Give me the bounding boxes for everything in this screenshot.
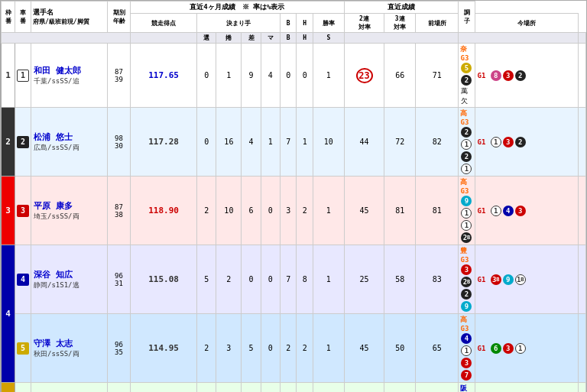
points-cell: 114.95 xyxy=(131,314,197,383)
car-number: 5 xyxy=(17,342,29,355)
niren-cell: 58 xyxy=(384,245,416,314)
header-car: 車番 xyxy=(15,2,31,33)
points-cell: 118.90 xyxy=(131,177,197,245)
kimari-sa: 6 xyxy=(242,177,261,245)
b-cell: 0 xyxy=(281,44,297,108)
table-row: 3 3 平原 康多 埼玉/ssSS/両 87 38 118.9021060321… xyxy=(2,177,586,245)
now-grade: G1 xyxy=(477,345,485,352)
header-b2: B xyxy=(281,33,297,44)
player-cell: 松浦 悠士 広島/ssSS/両 xyxy=(31,108,108,177)
period: 96 xyxy=(109,272,128,280)
points-cell: 115.08 xyxy=(131,245,197,314)
choushi-cell xyxy=(579,108,586,177)
b-cell: 0 xyxy=(281,383,297,393)
waku-cell: 4 xyxy=(2,245,15,383)
period: 87 xyxy=(109,68,128,76)
kimari-maki: 0 xyxy=(216,383,242,393)
player-name: 深谷 知広 xyxy=(34,269,105,280)
now-grade: G1 xyxy=(477,276,485,283)
waku-cell: 3 xyxy=(2,177,15,245)
header-niren: 2連対率 xyxy=(344,14,384,33)
car-number: 3 xyxy=(17,205,29,217)
waku-cell: 2 xyxy=(2,108,15,177)
shori-cell: 45 xyxy=(344,314,384,383)
sanren-cell: 81 xyxy=(416,177,459,245)
prev-results-cell: 高G3 9112B xyxy=(459,177,475,245)
now-grade: G1 xyxy=(477,207,485,215)
header-s: 勝率 xyxy=(313,14,344,33)
shori-cell: 23 xyxy=(344,44,384,108)
age: 30 xyxy=(109,142,128,150)
b-cell: 7 xyxy=(281,108,297,177)
header-empty xyxy=(2,33,131,44)
kimari-sa: 0 xyxy=(242,245,261,314)
sanren-cell: 71 xyxy=(416,44,459,108)
age: 35 xyxy=(109,348,128,356)
prev-results-cell: 阪F1 563 xyxy=(459,383,475,393)
prev-grade: 高G3 xyxy=(460,109,469,126)
period: 98 xyxy=(109,134,128,142)
prev-special: 萬 xyxy=(461,87,468,95)
table-row: 5 守澤 太志 秋田/ssSS/両 96 35 114.952350221455… xyxy=(2,314,586,383)
player-cell: 守澤 太志 秋田/ssSS/両 xyxy=(31,314,108,383)
shori-cell: 14 xyxy=(344,383,384,393)
period-age-cell: 87 39 xyxy=(108,44,131,108)
sanren-cell: 48 xyxy=(416,383,459,393)
s-cell: 1 xyxy=(313,44,344,108)
h-cell: 2 xyxy=(297,177,313,245)
choushi-cell xyxy=(579,383,586,393)
player-cell: 平原 康多 埼玉/ssSS/両 xyxy=(31,177,108,245)
car-cell: 1 xyxy=(15,44,31,108)
kimari-ma: 1 xyxy=(261,383,280,393)
h-cell: 8 xyxy=(297,245,313,314)
player-name: 松浦 悠士 xyxy=(34,131,105,143)
player-info: 千葉/ssSS/追 xyxy=(34,76,105,86)
kimari-maki: 10 xyxy=(216,177,242,245)
prev-results-cell: 奈G3 52萬欠 xyxy=(459,44,475,108)
period: 96 xyxy=(109,341,128,348)
header-h: H xyxy=(297,14,313,33)
kimari-sa: 9 xyxy=(242,44,261,108)
now-results-cell: G1 143 xyxy=(475,177,579,245)
player-info: 秋田/ssSS/両 xyxy=(34,349,105,359)
header-s2: S xyxy=(313,33,344,44)
age: 39 xyxy=(109,76,128,83)
kimari-sa: 5 xyxy=(242,314,261,383)
now-results-cell: G1 132 xyxy=(475,108,579,177)
period-age-cell: 87 38 xyxy=(108,177,131,245)
kimari-ma: 1 xyxy=(261,108,280,177)
choushi-cell xyxy=(579,314,586,383)
kimari-maki: 16 xyxy=(216,108,242,177)
header-choushi: 調子 xyxy=(459,2,475,33)
player-cell: 園田 匠 福岡/s1S1/追 xyxy=(31,383,108,393)
kimari-maki: 3 xyxy=(216,314,242,383)
car-cell: 3 xyxy=(15,177,31,245)
player-info: 埼玉/ssSS/両 xyxy=(34,212,105,222)
header-sanren: 3連対率 xyxy=(384,14,416,33)
b-cell: 2 xyxy=(281,314,297,383)
kimari-sen: 0 xyxy=(197,108,216,177)
period-age-cell: 87 39 xyxy=(108,383,131,393)
s-cell: 1 xyxy=(313,383,344,393)
header-sa: 差 xyxy=(242,33,261,44)
kimari-sen: 2 xyxy=(197,177,216,245)
period-age-cell: 96 31 xyxy=(108,245,131,314)
prev-results-cell: 高G3 2121 xyxy=(459,108,475,177)
prev-grade: 高G3 xyxy=(460,178,469,195)
kimari-sen: 2 xyxy=(197,314,216,383)
header-choushi2 xyxy=(579,33,586,44)
h-cell: 2 xyxy=(297,314,313,383)
player-name: 平原 康多 xyxy=(34,200,105,212)
header-h2: H xyxy=(297,33,313,44)
kimari-ma: 0 xyxy=(261,314,280,383)
kimari-sa: 4 xyxy=(242,108,261,177)
car-cell: 4 xyxy=(15,245,31,314)
racing-table: 枠番 車番 選手名府県/級班前現/脚質 期別年齢 直近4ヶ月成績 ※ 率は%表示… xyxy=(1,1,586,392)
prev-special: 欠 xyxy=(461,97,468,105)
choushi-cell xyxy=(579,177,586,245)
player-info: 静岡/s1S1/逃 xyxy=(34,280,105,290)
points-cell: 117.28 xyxy=(131,108,197,177)
table-row: 5 6 園田 匠 福岡/s1S1/追 87 39 109.88004100114… xyxy=(2,383,586,393)
header-recent-4: 直近4ヶ月成績 ※ 率は%表示 xyxy=(131,2,345,14)
kimari-ma: 0 xyxy=(261,245,280,314)
